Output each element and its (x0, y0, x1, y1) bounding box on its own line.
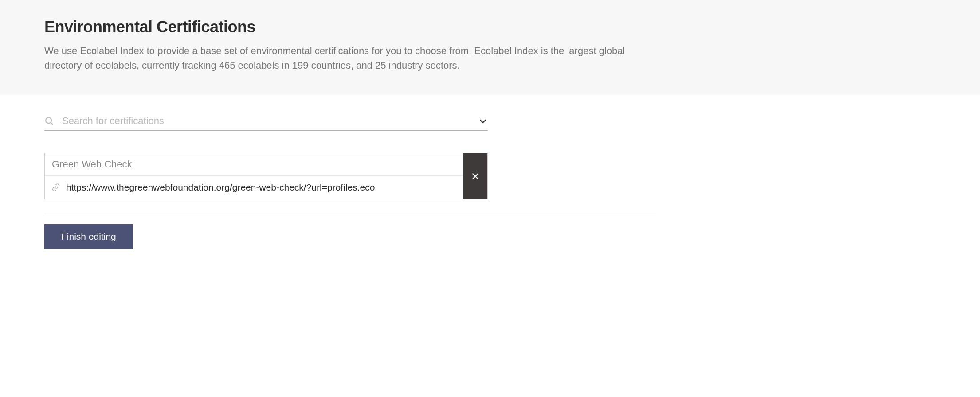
page-title: Environmental Certifications (44, 18, 936, 36)
section-divider (44, 213, 656, 213)
search-row[interactable] (44, 115, 488, 131)
search-input[interactable] (62, 115, 473, 127)
certification-url: https://www.thegreenwebfoundation.org/gr… (66, 182, 375, 193)
certification-url-row: https://www.thegreenwebfoundation.org/gr… (45, 176, 463, 199)
certification-card: Green Web Check https://www.thegreenwebf… (44, 153, 488, 199)
svg-point-0 (46, 117, 51, 123)
certification-content: Green Web Check https://www.thegreenwebf… (45, 153, 463, 199)
header-section: Environmental Certifications We use Ecol… (0, 0, 980, 95)
finish-editing-button[interactable]: Finish editing (44, 224, 133, 249)
content-section: Green Web Check https://www.thegreenwebf… (0, 95, 980, 267)
search-icon (44, 116, 54, 126)
chevron-down-icon[interactable] (478, 116, 488, 126)
certification-name: Green Web Check (45, 153, 463, 176)
link-icon (52, 183, 60, 191)
remove-certification-button[interactable] (463, 153, 487, 199)
svg-line-1 (51, 122, 53, 125)
close-icon (470, 171, 480, 181)
page-description: We use Ecolabel Index to provide a base … (44, 43, 630, 73)
